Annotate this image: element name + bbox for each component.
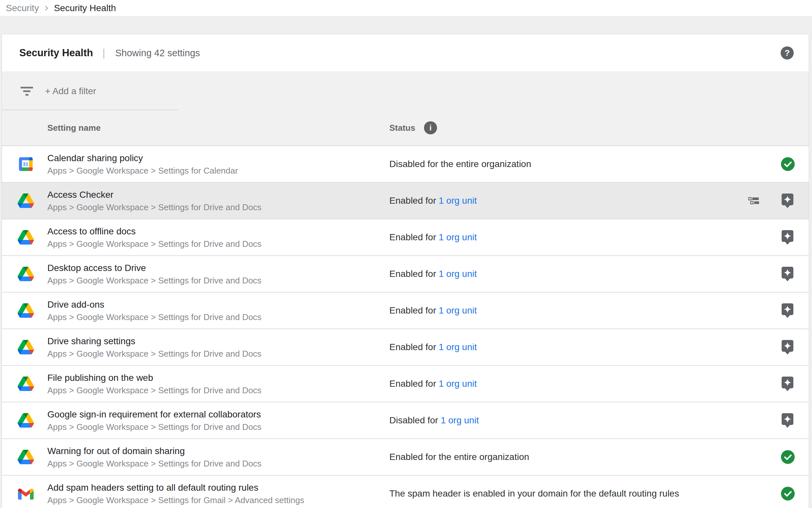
table-row[interactable]: Google sign-in requirement for external … (2, 403, 809, 439)
recommendation-icon[interactable] (781, 266, 794, 282)
setting-name: Warning for out of domain sharing (47, 444, 261, 458)
setting-name: Google sign-in requirement for external … (47, 408, 261, 421)
setting-text: Drive add-onsApps > Google Workspace > S… (47, 298, 261, 323)
status-label: Enabled for (389, 196, 439, 206)
status-text: Enabled for 1 org unit (389, 196, 477, 206)
calendar-icon: 31 (17, 157, 34, 171)
setting-name: Drive add-ons (47, 298, 261, 311)
status-ok-icon (781, 487, 795, 501)
table-row[interactable]: Warning for out of domain sharingApps > … (2, 439, 809, 476)
breadcrumb: Security Security Health (0, 0, 812, 16)
setting-text: Desktop access to DriveApps > Google Wor… (47, 261, 261, 287)
status-label: Enabled for (389, 342, 439, 352)
setting-name: Calendar sharing policy (47, 152, 238, 165)
org-unit-link[interactable]: 1 org unit (439, 232, 477, 242)
settings-table-body: 31Calendar sharing policyApps > Google W… (2, 146, 809, 508)
chevron-right-icon (42, 3, 51, 13)
setting-text: Access to offline docsApps > Google Work… (47, 225, 261, 250)
status-label: Disabled for (389, 415, 441, 425)
filter-and-header-band: + Add a filter Setting name Status i (2, 72, 809, 146)
setting-text: Access CheckerApps > Google Workspace > … (47, 188, 261, 213)
setting-text: Drive sharing settingsApps > Google Work… (47, 335, 261, 360)
drive-icon (17, 230, 34, 245)
org-unit-link[interactable]: 1 org unit (441, 415, 479, 425)
setting-name: Access Checker (47, 188, 261, 201)
recommendation-icon[interactable] (781, 303, 794, 319)
column-header-setting-name: Setting name (47, 123, 101, 133)
status-label: The spam header is enabled in your domai… (389, 489, 679, 499)
table-row[interactable]: Access to offline docsApps > Google Work… (2, 219, 809, 256)
org-unit-link[interactable]: 1 org unit (439, 342, 477, 352)
filter-icon[interactable] (20, 87, 33, 95)
security-health-card: Security Health | Showing 42 settings ? … (2, 34, 809, 508)
setting-name: Drive sharing settings (47, 335, 261, 348)
status-text: Enabled for 1 org unit (389, 342, 477, 352)
status-label: Enabled for (389, 269, 439, 279)
title-divider: | (103, 47, 105, 59)
help-icon[interactable]: ? (781, 46, 794, 59)
status-ok-icon (781, 450, 795, 464)
setting-path: Apps > Google Workspace > Settings for D… (47, 348, 261, 360)
org-unit-link[interactable]: 1 org unit (439, 379, 477, 389)
setting-path: Apps > Google Workspace > Settings for C… (47, 165, 238, 177)
status-text: Enabled for 1 org unit (389, 305, 477, 316)
table-row[interactable]: Drive sharing settingsApps > Google Work… (2, 329, 809, 366)
table-header-row: Setting name Status i (2, 110, 809, 145)
setting-text: File publishing on the webApps > Google … (47, 371, 261, 396)
status-label: Enabled for (389, 232, 439, 242)
breadcrumb-security[interactable]: Security (6, 3, 39, 13)
setting-path: Apps > Google Workspace > Settings for D… (47, 238, 261, 250)
drive-icon (17, 303, 34, 318)
org-unit-link[interactable]: 1 org unit (439, 196, 477, 206)
setting-path: Apps > Google Workspace > Settings for D… (47, 201, 261, 213)
status-label: Enabled for the entire organization (389, 452, 529, 462)
drive-icon (17, 267, 34, 282)
setting-name: Desktop access to Drive (47, 261, 261, 274)
status-label: Disabled for the entire organization (389, 159, 531, 169)
setting-name: Access to offline docs (47, 225, 261, 238)
status-text: Enabled for the entire organization (389, 452, 529, 462)
table-row[interactable]: Drive add-onsApps > Google Workspace > S… (2, 293, 809, 329)
recommendation-icon[interactable] (781, 229, 794, 245)
recommendation-icon[interactable] (781, 339, 794, 355)
drive-icon (17, 340, 34, 355)
filter-row: + Add a filter (2, 72, 809, 110)
recommendation-icon[interactable] (781, 413, 794, 428)
table-row[interactable]: File publishing on the webApps > Google … (2, 366, 809, 403)
org-unit-link[interactable]: 1 org unit (439, 305, 477, 315)
status-ok-icon (781, 157, 795, 171)
setting-text: Calendar sharing policyApps > Google Wor… (47, 152, 238, 177)
setting-name: Add spam headers setting to all default … (47, 481, 304, 494)
org-unit-link[interactable]: 1 org unit (439, 269, 477, 279)
setting-path: Apps > Google Workspace > Settings for D… (47, 421, 261, 433)
status-text: Disabled for the entire organization (389, 159, 531, 169)
card-header: Security Health | Showing 42 settings ? (2, 34, 809, 72)
recommendation-icon[interactable] (781, 193, 794, 209)
table-row[interactable]: 31Calendar sharing policyApps > Google W… (2, 146, 809, 183)
settings-count: Showing 42 settings (115, 48, 200, 58)
status-text: Enabled for 1 org unit (389, 379, 477, 389)
status-text: The spam header is enabled in your domai… (389, 489, 679, 499)
setting-text: Google sign-in requirement for external … (47, 408, 261, 433)
status-text: Enabled for 1 org unit (389, 269, 477, 279)
status-label: Enabled for (389, 379, 439, 389)
drive-icon (17, 194, 34, 208)
setting-text: Warning for out of domain sharingApps > … (47, 444, 261, 470)
info-icon[interactable]: i (424, 121, 437, 134)
table-row[interactable]: Add spam headers setting to all default … (2, 476, 809, 508)
drive-icon (17, 450, 34, 465)
table-row[interactable]: Desktop access to DriveApps > Google Wor… (2, 256, 809, 293)
svg-text:31: 31 (23, 161, 29, 167)
setting-path: Apps > Google Workspace > Settings for D… (47, 311, 261, 323)
drive-icon (17, 377, 34, 391)
recommendation-icon[interactable] (781, 376, 794, 392)
status-text: Disabled for 1 org unit (389, 415, 479, 426)
table-row[interactable]: Access CheckerApps > Google Workspace > … (2, 183, 809, 219)
setting-path: Apps > Google Workspace > Settings for D… (47, 384, 261, 396)
setting-path: Apps > Google Workspace > Settings for G… (47, 494, 304, 506)
setting-name: File publishing on the web (47, 371, 261, 384)
org-units-assignment-icon[interactable] (748, 197, 759, 204)
setting-path: Apps > Google Workspace > Settings for D… (47, 274, 261, 287)
status-text: Enabled for 1 org unit (389, 232, 477, 243)
add-filter-button[interactable]: + Add a filter (45, 86, 96, 96)
